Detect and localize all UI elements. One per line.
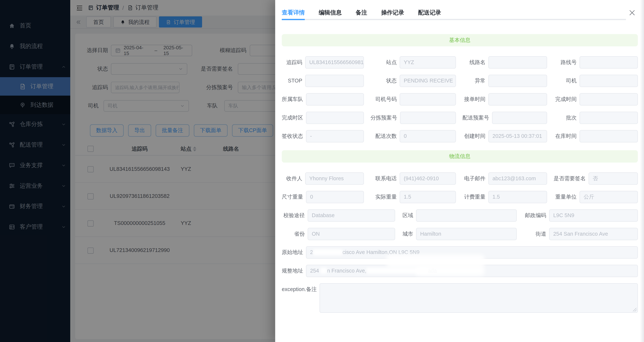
detail-field: 校验途径Database (282, 209, 395, 222)
drawer-field-row: 规整地址254 San Francisco Ave, Hamilton ON L… (282, 265, 638, 277)
field-label: 实际重量 (370, 191, 397, 203)
field-value-input[interactable]: 254 San Francisco Ave Hamilton,ON L9C 5N… (306, 246, 638, 259)
field-label: 所属车队 (282, 93, 303, 105)
address-text: cisco Ave Hamilton,ON L9C 5N9 (342, 249, 420, 255)
detail-field: 分拣预案号 (370, 112, 456, 124)
field-value-input[interactable]: 1.5 (488, 191, 547, 203)
drawer-tab[interactable]: 编辑信息 (319, 6, 342, 18)
field-value-input[interactable]: Database (308, 209, 395, 222)
detail-field: 司机号码 (370, 93, 456, 105)
field-textarea[interactable] (320, 283, 638, 313)
detail-field: 计费重量1.5 (462, 191, 547, 203)
section-title: 基本信息 (282, 34, 638, 46)
field-label: 校验途径 (282, 209, 305, 222)
close-icon[interactable] (628, 9, 636, 16)
detail-field: 电子邮件abc123@163.com (462, 172, 547, 185)
detail-field: 街道254 San Francisco Ave (523, 228, 638, 240)
drawer-field-row: 收件人Yhonny Flores联系电话(941)462-0910电子邮件abc… (282, 172, 638, 185)
field-value-input[interactable]: ON (308, 228, 395, 240)
field-label: 省份 (282, 228, 305, 240)
detail-drawer: 查看详情编辑信息备注操作记录配送记录 基本信息追踪码UL834161556656… (275, 0, 644, 342)
detail-field: exception.备注 (282, 283, 638, 313)
field-value-input[interactable] (306, 112, 364, 124)
field-label: 尺寸重量 (282, 191, 303, 203)
detail-field: 省份ON (282, 228, 395, 240)
detail-field: 所属车队 (282, 93, 364, 105)
field-value-input[interactable]: 0 (306, 191, 364, 203)
field-value-input[interactable]: PENDING RECEIVE (400, 75, 456, 87)
drawer-section: 物流信息收件人Yhonny Flores联系电话(941)462-0910电子邮… (282, 150, 638, 313)
field-value-input[interactable]: 254 San Francisco Ave (549, 228, 638, 240)
field-value-input[interactable]: - (306, 130, 364, 142)
drawer-tab-track (282, 19, 626, 20)
detail-field: 邮政编码L9C 5N9 (523, 209, 638, 222)
field-label: 创建时间 (462, 130, 486, 142)
field-label: 接单时间 (462, 93, 486, 105)
field-value-input[interactable]: 公斤 (580, 191, 638, 203)
field-value-input[interactable]: Yhonny Flores (305, 172, 364, 185)
drawer-tab[interactable]: 备注 (356, 6, 367, 18)
resize-grip-icon[interactable] (633, 308, 636, 312)
drawer-field-row: 尺寸重量0实际重量1.5计费重量1.5重量单位公斤 (282, 191, 638, 203)
field-value-input[interactable]: UL834161556656098143 (305, 56, 364, 68)
drawer-tab[interactable]: 查看详情 (282, 6, 305, 18)
field-label: 站点 (370, 56, 397, 68)
field-value-input[interactable]: L9C 5N9 (549, 209, 638, 222)
drawer-field-row: 省份ON城市Hamilton街道254 San Francisco Ave (282, 228, 638, 240)
field-value-input[interactable] (580, 93, 638, 105)
detail-field: 尺寸重量0 (282, 191, 364, 203)
field-value-input[interactable] (580, 130, 638, 142)
detail-field: 签收状态- (282, 130, 364, 142)
field-label: 在库时间 (554, 130, 577, 142)
detail-field: 司机 (554, 75, 638, 87)
drawer-field-row: 签收状态-配送次数0创建时间2025-05-13 00:37:01在库时间 (282, 130, 638, 142)
field-label: 区域 (402, 209, 413, 222)
detail-field: 在库时间 (554, 130, 638, 142)
field-value-input[interactable]: 1.5 (400, 191, 456, 203)
drawer-tab[interactable]: 操作记录 (381, 6, 404, 18)
field-value-input[interactable] (580, 56, 638, 68)
field-label: 完成时间 (554, 93, 577, 105)
field-value-input[interactable]: 否 (588, 172, 638, 185)
field-label: 原始地址 (282, 246, 303, 259)
field-value-input[interactable]: 254 San Francisco Ave, Hamilton ON L9C 5… (306, 265, 638, 277)
drawer-field-row: 校验途径Database区域邮政编码L9C 5N9 (282, 209, 638, 222)
drawer-field-row: 追踪码UL834161556656098143站点YYZ线路名路线号 (282, 56, 638, 68)
field-value-input[interactable] (580, 75, 638, 87)
drawer-tab[interactable]: 配送记录 (418, 6, 441, 18)
detail-field: 线路名 (462, 56, 547, 68)
field-value-input[interactable] (488, 56, 547, 68)
detail-field: 联系电话(941)462-0910 (370, 172, 456, 185)
field-value-input[interactable] (580, 112, 638, 124)
detail-field: 原始地址254 San Francisco Ave Hamilton,ON L9… (282, 246, 638, 259)
field-value-input[interactable]: abc123@163.com (488, 172, 547, 185)
field-label: STOP (282, 75, 302, 87)
field-label: 线路名 (462, 56, 486, 68)
field-label: 电子邮件 (462, 172, 486, 185)
field-value-input[interactable] (306, 93, 364, 105)
field-value-input[interactable] (416, 209, 517, 222)
address-text: 254 (310, 268, 320, 274)
field-value-input[interactable] (400, 93, 456, 105)
field-label: 计费重量 (462, 191, 486, 203)
drawer-body: 基本信息追踪码UL834161556656098143站点YYZ线路名路线号ST… (282, 34, 638, 313)
field-label: 分拣预案号 (370, 112, 397, 124)
detail-field: 配送次数0 (370, 130, 456, 142)
drawer-field-row: exception.备注 (282, 283, 638, 313)
field-value-input[interactable] (400, 112, 456, 124)
drawer-field-row: 原始地址254 San Francisco Ave Hamilton,ON L9… (282, 246, 638, 259)
field-value-input[interactable]: (941)462-0910 (400, 172, 456, 185)
field-label: 联系电话 (370, 172, 397, 185)
field-value-input[interactable] (492, 112, 547, 124)
detail-field: 追踪码UL834161556656098143 (282, 56, 364, 68)
detail-field: 区域 (402, 209, 517, 222)
field-value-input[interactable]: 2025-05-13 00:37:01 (488, 130, 547, 142)
field-value-input[interactable] (488, 93, 547, 105)
field-value-input[interactable]: YYZ (400, 56, 456, 68)
field-value-input[interactable] (488, 75, 547, 87)
field-value-input[interactable]: Hamilton (416, 228, 517, 240)
field-value-input[interactable] (305, 75, 364, 87)
field-value-input[interactable]: 0 (400, 130, 456, 142)
detail-field: 创建时间2025-05-13 00:37:01 (462, 130, 547, 142)
detail-field: 是否需要签名否 (554, 172, 638, 185)
